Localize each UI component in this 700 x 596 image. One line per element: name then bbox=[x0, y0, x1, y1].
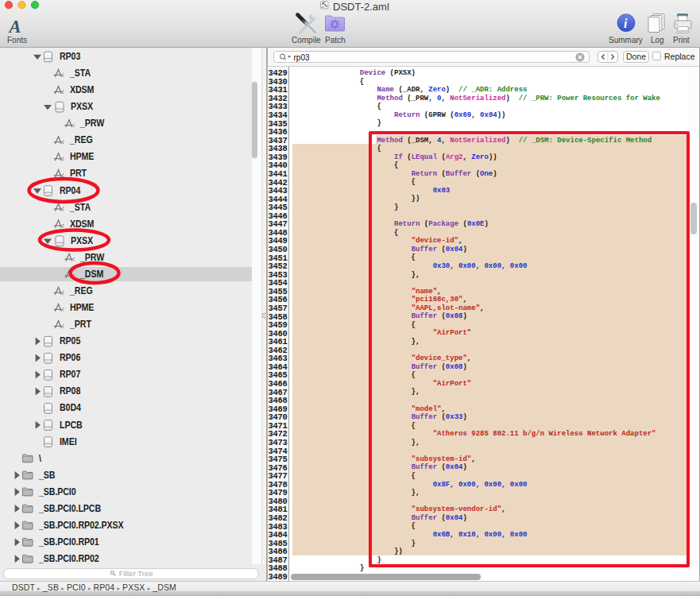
svg-text:i: i bbox=[624, 17, 628, 30]
